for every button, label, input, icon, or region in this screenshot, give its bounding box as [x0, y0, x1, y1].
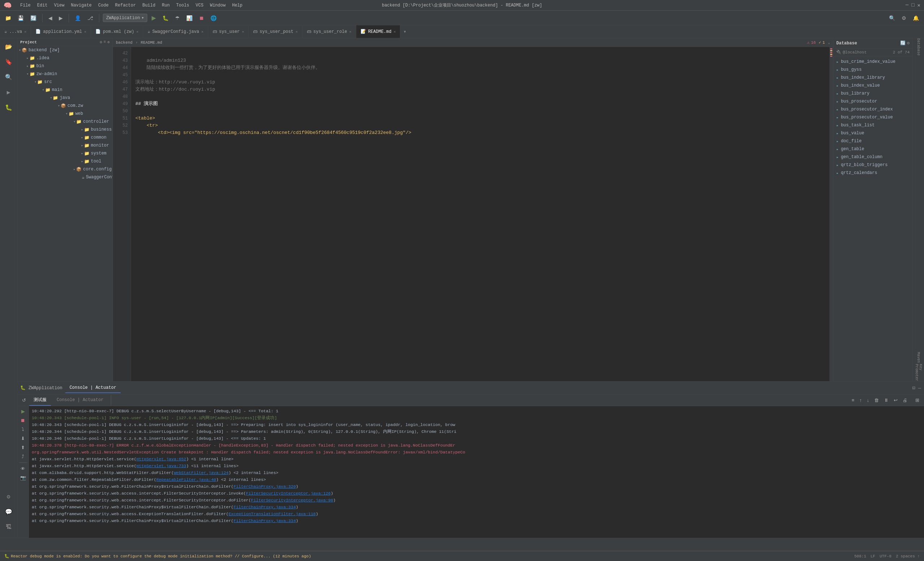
debug-log-content[interactable]: 10:48:20.292 [http-nio-80-exec-7] DEBUG …	[29, 406, 924, 551]
project-collapse[interactable]: ≡	[104, 40, 106, 44]
tree-item-web[interactable]: ▾📁web	[17, 110, 112, 118]
debug-subtab-console[interactable]: Console | Actuator	[52, 395, 108, 405]
tree-item-com-zw[interactable]: ▾📦com.zw	[17, 102, 112, 110]
tree-item-business[interactable]: ▸📁business	[17, 126, 112, 134]
menu-item-view[interactable]: View	[51, 2, 68, 9]
editor-tab-5[interactable]: 🗃sys_user_post✕	[249, 25, 303, 38]
debug-tab-console[interactable]: Console | Actuator	[65, 383, 121, 393]
tab-close-1[interactable]: ✕	[84, 30, 86, 34]
debug-camera-button[interactable]: 📷	[18, 474, 28, 482]
menu-item-edit[interactable]: Edit	[34, 2, 51, 9]
db-table-bus_index_value[interactable]: ▸bus_index_value	[833, 82, 912, 90]
status-position[interactable]: 508:1	[854, 554, 866, 558]
code-editor[interactable]: admin/admin123 陆陆续续收到一些打赏，为了更好的体验已用于演示服务…	[131, 47, 830, 381]
sidebar-icon-settings[interactable]: ⚙	[2, 489, 16, 504]
sidebar-right-maven[interactable]: Maven	[911, 350, 924, 364]
run-button[interactable]: ▶	[149, 13, 158, 23]
debug-subtab-test[interactable]: 测试服	[29, 394, 51, 406]
menu-item-run[interactable]: Run	[159, 2, 172, 9]
log-link-15[interactable]: ExceptionTranslationFilter.java:118	[228, 512, 316, 516]
sidebar-icon-bookmarks[interactable]: 🔖	[2, 55, 16, 69]
debug-pause-button[interactable]: ⏸	[882, 396, 890, 404]
editor-expand-icon[interactable]: ⌄	[828, 40, 830, 45]
log-link-7[interactable]: HttpServlet.java:652	[136, 457, 186, 461]
tab-close-2[interactable]: ✕	[136, 30, 139, 34]
tree-item-tool[interactable]: ▸📁tool	[17, 158, 112, 165]
tree-item-zw-admin[interactable]: ▾📁zw-admin	[17, 70, 112, 78]
db-table-bus_prosecutor[interactable]: ▸bus_prosecutor	[833, 98, 912, 105]
debug-maximize-icon[interactable]: ⊡	[912, 385, 915, 391]
window-controls[interactable]: ─ □ ✕	[906, 2, 920, 8]
menu-item-refactor[interactable]: Refactor	[112, 2, 139, 9]
search-all-button[interactable]: 🔍	[887, 14, 897, 22]
forward-button[interactable]: ▶	[57, 14, 65, 22]
run-with-coverage-button[interactable]: ☂	[173, 14, 182, 22]
log-link-11[interactable]: FilterChainProxy.java:320	[234, 484, 296, 489]
close-button[interactable]: ✕	[918, 2, 920, 8]
project-expand[interactable]: ⊕	[107, 40, 110, 44]
tab-close-4[interactable]: ✕	[242, 30, 244, 34]
sidebar-icon-run[interactable]: ▶	[2, 85, 16, 100]
debug-status-text[interactable]: Reactor debug mode is enabled: Do you wa…	[11, 554, 311, 558]
menu-item-vcs[interactable]: VCS	[193, 2, 207, 9]
debug-watch-button[interactable]: 👁	[19, 465, 27, 472]
debug-run-button[interactable]: 🐛	[160, 14, 171, 22]
debug-step-out-button[interactable]: ⬆	[19, 444, 27, 451]
menu-item-build[interactable]: Build	[140, 2, 158, 9]
tree-item-SwaggerConfig[interactable]: ☕SwaggerConfig	[17, 173, 112, 181]
tree-item-backend [zw][interactable]: ▾📦backend [zw]	[17, 46, 112, 54]
status-indent[interactable]: 2 spaces ↑	[896, 554, 920, 558]
db-table-bus_prosecutor_value[interactable]: ▸bus_prosecutor_value	[833, 113, 912, 121]
debug-extra-button[interactable]: ⊞	[914, 396, 921, 404]
tab-close-6[interactable]: ✕	[350, 30, 351, 34]
debug-app-name[interactable]: ZWApplication	[28, 386, 63, 391]
editor-tab-0[interactable]: ☕...va✕	[0, 25, 31, 38]
menu-item-tools[interactable]: Tools	[173, 2, 192, 9]
log-link-10[interactable]: RepeatableFilter.java:40	[156, 477, 216, 482]
db-table-bus_crime_index_value[interactable]: ▸bus_crime_index_value	[833, 58, 912, 66]
open-button[interactable]: 📁	[3, 14, 14, 22]
tab-close-3[interactable]: ✕	[201, 30, 204, 34]
editor-tab-4[interactable]: 🗃sys_user✕	[208, 25, 249, 38]
user-button[interactable]: 👤	[72, 14, 83, 22]
log-link-16[interactable]: FilterChainProxy.java:334	[234, 518, 296, 523]
debug-print-button[interactable]: 🖨	[901, 396, 909, 404]
tab-overflow-button[interactable]: ▾	[400, 28, 409, 34]
tree-item-bin[interactable]: ▸📁bin	[17, 62, 112, 70]
db-table-bus_prosecutor_index[interactable]: ▸bus_prosecutor_index	[833, 105, 912, 113]
sidebar-right-key-promoter[interactable]: Key Promoter	[911, 365, 924, 380]
tree-item-common[interactable]: ▸📁common	[17, 134, 112, 141]
save-button[interactable]: 💾	[15, 14, 26, 22]
db-refresh-icon[interactable]: 🔄	[900, 40, 906, 46]
debug-wrap-button[interactable]: ↩	[892, 396, 900, 404]
debug-rerun-button[interactable]: ↺	[20, 396, 28, 404]
debug-up-button[interactable]: ↑	[858, 396, 864, 404]
tab-close-0[interactable]: ✕	[24, 30, 26, 34]
settings-button[interactable]: ⚙	[900, 14, 909, 22]
db-table-gen_table[interactable]: ▸gen_table	[833, 145, 912, 153]
editor-tab-3[interactable]: ☕SwaggerConfig.java✕	[143, 25, 208, 38]
run-config-selector[interactable]: ZWApplication ▾	[103, 14, 147, 22]
tree-item-src[interactable]: ▾📁src	[17, 78, 112, 86]
debug-step-into-button[interactable]: ⬇	[19, 435, 27, 442]
menu-item-file[interactable]: File	[17, 2, 34, 9]
editor-tab-1[interactable]: 📄application.yml✕	[31, 25, 91, 38]
debug-run-to-cursor-button[interactable]: ⤴	[20, 453, 26, 460]
menu-item-help[interactable]: Help	[229, 2, 245, 9]
debug-clear-button[interactable]: 🗑	[872, 396, 880, 404]
editor-tab-6[interactable]: 🗃sys_user_role✕	[303, 25, 356, 38]
error-count[interactable]: ⚠ 16	[807, 40, 816, 45]
minimize-button[interactable]: ─	[906, 2, 909, 8]
db-table-qrtz_calendars[interactable]: ▸qrtz_calendars	[833, 169, 912, 177]
db-table-qrtz_blob_triggers[interactable]: ▸qrtz_blob_triggers	[833, 161, 912, 169]
db-table-bus_gyss[interactable]: ▸bus_gyss	[833, 66, 912, 74]
db-table-bus_task_list[interactable]: ▸bus_task_list	[833, 121, 912, 129]
sync-button[interactable]: 🔄	[28, 14, 39, 22]
tab-close-5[interactable]: ✕	[296, 30, 298, 34]
log-link-13[interactable]: FilterSecurityInterceptor.java:90	[251, 498, 333, 502]
tree-item-main[interactable]: ▾📁main	[17, 86, 112, 94]
db-table-gen_table_column[interactable]: ▸gen_table_column	[833, 153, 912, 161]
debug-step-over-button[interactable]: ⤵	[20, 426, 26, 433]
git-button[interactable]: ⎇	[85, 14, 95, 22]
tab-close-7[interactable]: ✕	[393, 30, 396, 34]
